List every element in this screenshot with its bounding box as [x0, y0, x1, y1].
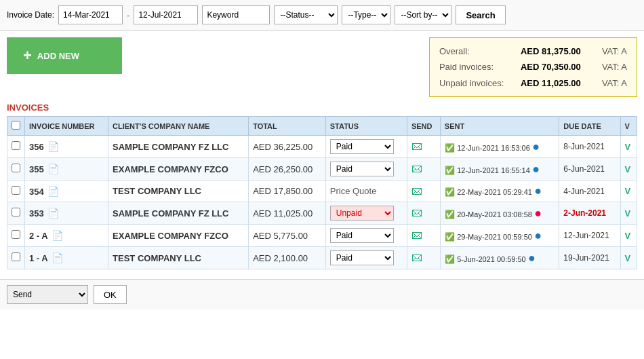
table-header-row: INVOICE NUMBER CLIENT'S COMPANY NAME TOT…	[7, 117, 637, 136]
summary-box: Overall: AED 81,375.00 VAT: A Paid invoi…	[429, 37, 637, 97]
add-new-button[interactable]: + ADD NEW	[7, 37, 122, 74]
send-icon[interactable]: 🖂	[411, 252, 422, 263]
sent-time: 20-May-2021 03:08:58	[457, 210, 532, 219]
header-checkbox	[7, 117, 25, 136]
row-checkbox[interactable]	[12, 186, 20, 195]
sent-dot-icon[interactable]: ●	[532, 162, 540, 176]
invoice-number: 2 - A	[29, 231, 48, 241]
status-dropdown[interactable]: PaidUnpaidPrice Quote	[330, 228, 394, 243]
status-dropdown[interactable]: PaidUnpaidPrice Quote	[330, 139, 394, 154]
pdf-icon[interactable]: 📄	[47, 208, 59, 219]
top-row: + ADD NEW Overall: AED 81,375.00 VAT: A …	[7, 37, 637, 97]
filter-bar: Invoice Date: - --Status-- Paid Unpaid P…	[0, 0, 644, 31]
header-invoice-number: INVOICE NUMBER	[25, 117, 108, 136]
send-cell: 🖂	[407, 181, 440, 202]
v-icon[interactable]: V	[625, 253, 631, 263]
company-name-cell: EXAMPLE COMPANY FZCO	[108, 158, 249, 181]
row-checkbox[interactable]	[12, 208, 20, 216]
send-icon[interactable]: 🖂	[411, 140, 422, 152]
sent-time: 12-Jun-2021 16:55:14	[457, 166, 530, 174]
v-icon[interactable]: V	[625, 186, 631, 196]
date-to-input[interactable]	[134, 5, 198, 24]
sent-check-icon: ✅	[445, 187, 455, 197]
sent-check-icon: ✅	[445, 143, 455, 153]
total-amount: AED 2,100.00	[253, 253, 308, 263]
due-date: 8-Jun-2021	[563, 142, 605, 151]
sent-cell: ✅ 20-May-2021 03:08:58 ●	[440, 202, 559, 225]
status-cell: PaidUnpaidPrice Quote	[325, 247, 407, 269]
total-amount: AED 26,250.00	[253, 164, 313, 174]
sent-check-icon: ✅	[445, 166, 455, 175]
pdf-icon[interactable]: 📄	[52, 252, 63, 263]
company-name-cell: TEST COMPANY LLC	[108, 247, 249, 269]
send-icon[interactable]: 🖂	[411, 207, 422, 219]
send-cell: 🖂	[407, 158, 440, 181]
v-icon[interactable]: V	[625, 208, 631, 219]
sent-dot-icon[interactable]: ●	[532, 140, 540, 153]
status-cell: PaidUnpaidPrice Quote	[325, 158, 407, 181]
send-icon[interactable]: 🖂	[411, 229, 422, 241]
send-icon[interactable]: 🖂	[411, 185, 422, 197]
table-row: 356 📄 SAMPLE COMPANY FZ LLC AED 36,225.0…	[7, 136, 637, 158]
status-dropdown[interactable]: PaidUnpaidPrice Quote	[330, 162, 394, 176]
search-button[interactable]: Search	[456, 5, 505, 24]
table-row: 354 📄 TEST COMPANY LLC AED 17,850.00 Pri…	[7, 181, 637, 202]
status-dropdown[interactable]: PaidUnpaidPrice Quote	[330, 250, 394, 265]
due-date-cell: 6-Jun-2021	[559, 158, 620, 181]
pdf-icon[interactable]: 📄	[52, 230, 63, 241]
row-checkbox-cell	[7, 247, 25, 269]
bulk-action-select[interactable]: Send Email Print	[7, 285, 88, 304]
company-name-cell: TEST COMPANY LLC	[108, 181, 249, 202]
sent-time: 29-May-2021 00:59:50	[457, 233, 532, 241]
pdf-icon[interactable]: 📄	[47, 164, 59, 174]
ok-button[interactable]: OK	[94, 285, 127, 304]
due-date-cell: 8-Jun-2021	[559, 136, 620, 158]
type-select[interactable]: --Type-- Invoice Quote	[342, 5, 390, 24]
select-all-checkbox[interactable]	[12, 121, 20, 130]
v-icon[interactable]: V	[625, 231, 631, 241]
status-text: Price Quote	[330, 186, 377, 196]
header-status: STATUS	[325, 117, 407, 136]
send-cell: 🖂	[407, 202, 440, 225]
row-checkbox[interactable]	[12, 230, 20, 239]
total-amount: AED 36,225.00	[253, 142, 313, 152]
sent-dot-icon[interactable]: ●	[534, 206, 542, 220]
total-cell: AED 36,225.00	[249, 136, 326, 158]
invoice-number: 356	[29, 142, 44, 152]
keyword-input[interactable]	[202, 5, 270, 24]
overall-label: Overall:	[439, 43, 514, 59]
pdf-icon[interactable]: 📄	[47, 141, 59, 152]
send-icon[interactable]: 🖂	[411, 163, 422, 174]
sent-cell: ✅ 12-Jun-2021 16:55:14 ●	[440, 158, 559, 181]
table-row: 353 📄 SAMPLE COMPANY FZ LLC AED 11,025.0…	[7, 202, 637, 225]
company-name-cell: SAMPLE COMPANY FZ LLC	[108, 202, 249, 225]
table-row: 2 - A 📄 EXAMPLE COMPANY FZCO AED 5,775.0…	[7, 225, 637, 247]
paid-amount: AED 70,350.00	[521, 59, 595, 75]
sort-select[interactable]: --Sort by-- Date Amount	[395, 5, 451, 24]
invoice-number: 1 - A	[29, 253, 48, 263]
status-dropdown[interactable]: UnpaidPaidPrice Quote	[330, 206, 394, 221]
send-cell: 🖂	[407, 136, 440, 158]
table-row: 1 - A 📄 TEST COMPANY LLC AED 2,100.00 Pa…	[7, 247, 637, 269]
v-icon[interactable]: V	[625, 142, 631, 152]
status-select[interactable]: --Status-- Paid Unpaid Price Quote	[274, 5, 338, 24]
sent-dot-icon[interactable]: ●	[534, 184, 542, 197]
due-date: 4-Jun-2021	[563, 187, 605, 196]
due-date-cell: 4-Jun-2021	[559, 181, 620, 202]
unpaid-vat: VAT: A	[602, 75, 627, 91]
row-checkbox[interactable]	[12, 164, 20, 172]
row-checkbox[interactable]	[12, 141, 20, 150]
sent-time: 22-May-2021 05:29:41	[457, 188, 532, 196]
sent-dot-icon[interactable]: ●	[528, 251, 536, 265]
due-date: 19-Jun-2021	[563, 253, 609, 263]
row-checkbox[interactable]	[12, 252, 20, 261]
v-icon[interactable]: V	[625, 164, 631, 174]
date-from-input[interactable]	[58, 5, 123, 24]
due-date: 12-Jun-2021	[563, 231, 609, 240]
sent-dot-icon[interactable]: ●	[534, 229, 542, 242]
v-cell: V	[620, 247, 637, 269]
overall-row: Overall: AED 81,375.00 VAT: A	[439, 43, 627, 59]
sent-cell: ✅ 12-Jun-2021 16:53:06 ●	[440, 136, 559, 158]
total-amount: AED 11,025.00	[253, 208, 313, 219]
pdf-icon[interactable]: 📄	[47, 186, 59, 197]
